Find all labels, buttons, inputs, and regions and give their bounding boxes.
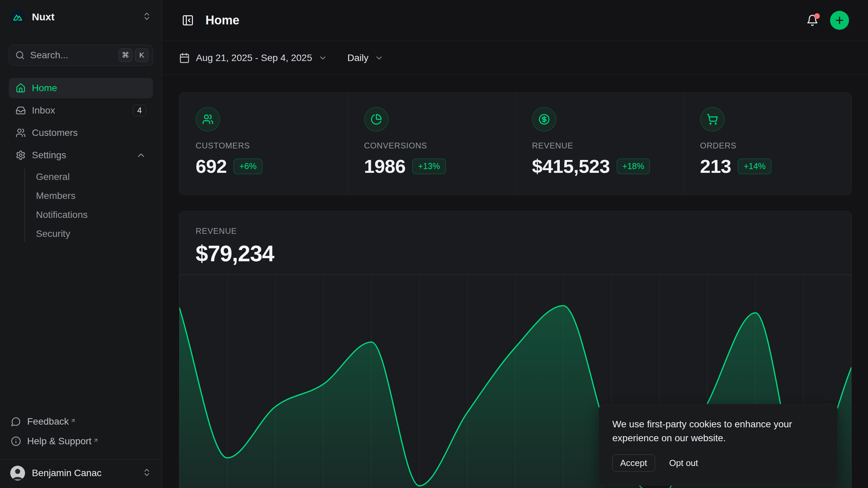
sidebar-sublist-settings: GeneralMembersNotificationsSecurity — [9, 167, 153, 243]
chevron-up-icon — [136, 150, 146, 160]
sidebar-item-label: Home — [32, 83, 146, 94]
chart-pie-icon — [371, 114, 382, 125]
notifications-button[interactable] — [806, 14, 818, 26]
stat-value: 213 — [700, 155, 731, 177]
user-menu[interactable]: Benjamin Canac — [0, 459, 162, 488]
cookie-accept-button[interactable]: Accept — [612, 454, 655, 472]
feedback-label: Feedback — [27, 416, 69, 427]
users-icon — [202, 114, 214, 125]
sidebar-item-home[interactable]: Home — [9, 78, 153, 98]
page-header: Home — [162, 0, 868, 41]
arrow-up-right-icon — [93, 435, 99, 446]
stat-label: CUSTOMERS — [196, 141, 331, 150]
shopping-cart-icon — [707, 114, 718, 125]
panel-left-close-icon — [182, 14, 194, 26]
user-name: Benjamin Canac — [32, 468, 142, 479]
header-actions — [806, 11, 849, 30]
sidebar-subitem-security[interactable]: Security — [35, 224, 153, 243]
sidebar-footer: Feedback Help & Support — [9, 412, 153, 459]
revenue-chart-header: REVENUE $79,234 — [179, 211, 851, 266]
stat-value: 692 — [196, 155, 227, 177]
sidebar-item-help-support[interactable]: Help & Support — [9, 431, 153, 451]
sidebar-item-customers[interactable]: Customers — [9, 123, 153, 143]
workspace-switcher[interactable]: Nuxt — [9, 0, 153, 34]
sidebar-subitem-label: General — [36, 171, 70, 182]
revenue-chart-label: REVENUE — [196, 226, 835, 236]
circle-dollar-icon — [532, 107, 556, 131]
stats-row: CUSTOMERS692+6%CONVERSIONS1986+13%REVENU… — [179, 93, 852, 195]
stat-value: $415,523 — [532, 155, 610, 177]
nuxt-logo-glyph — [13, 13, 22, 21]
sidebar: Nuxt ⌘ K HomeInbox4CustomersSettingsGene… — [0, 0, 162, 488]
filter-bar: Aug 21, 2025 - Sep 4, 2025 Daily — [162, 41, 868, 75]
stat-card-orders: ORDERS213+14% — [684, 93, 852, 195]
info-icon — [11, 436, 21, 446]
add-button[interactable] — [830, 11, 849, 30]
plus-icon — [834, 15, 845, 26]
arrow-up-right-icon — [70, 415, 76, 426]
sidebar-subitem-members[interactable]: Members — [35, 186, 153, 205]
inbox-count-badge: 4 — [133, 105, 146, 116]
inbox-icon — [16, 105, 26, 116]
sidebar-nav: HomeInbox4CustomersSettingsGeneralMember… — [9, 78, 153, 247]
chevron-up-icon — [136, 150, 146, 160]
search-field[interactable]: ⌘ K — [9, 45, 153, 66]
users-icon — [16, 128, 26, 138]
cookie-actions: Accept Opt out — [612, 454, 824, 472]
sidebar-item-label: Customers — [32, 127, 146, 138]
chevrons-up-down-icon — [142, 468, 152, 479]
stat-card-conversions: CONVERSIONS1986+13% — [348, 93, 516, 195]
sidebar-subitem-label: Security — [36, 228, 70, 239]
sidebar-item-feedback[interactable]: Feedback — [9, 412, 153, 431]
users-icon — [196, 107, 220, 131]
sidebar-item-settings[interactable]: Settings — [9, 145, 153, 165]
granularity-select[interactable]: Daily — [348, 53, 383, 63]
granularity-value: Daily — [348, 53, 369, 63]
calendar-icon — [179, 53, 190, 63]
date-range-picker[interactable]: Aug 21, 2025 - Sep 4, 2025 — [179, 53, 327, 63]
settings-icon — [16, 150, 26, 160]
sidebar-subitem-label: Notifications — [36, 209, 88, 220]
cookie-optout-button[interactable]: Opt out — [669, 458, 698, 468]
stat-delta-badge: +6% — [234, 159, 262, 174]
sidebar-item-inbox[interactable]: Inbox4 — [9, 100, 153, 121]
date-range-value: Aug 21, 2025 - Sep 4, 2025 — [196, 53, 312, 63]
circle-dollar-icon — [538, 114, 550, 125]
stat-card-revenue: REVENUE$415,523+18% — [515, 93, 684, 195]
kbd-meta: ⌘ — [119, 48, 132, 62]
search-input[interactable] — [30, 50, 116, 61]
stat-delta-badge: +13% — [412, 159, 446, 174]
shopping-cart-icon — [700, 107, 725, 131]
stat-delta-badge: +18% — [617, 159, 650, 174]
user-avatar — [10, 466, 25, 481]
workspace-title: Nuxt — [32, 11, 142, 23]
sidebar-subitem-label: Members — [36, 190, 76, 201]
kbd-k: K — [135, 48, 149, 62]
message-circle-icon — [11, 416, 21, 427]
chevrons-up-down-icon — [142, 12, 152, 22]
notification-dot — [814, 13, 820, 19]
chevron-down-icon — [375, 54, 383, 62]
stat-label: REVENUE — [532, 141, 667, 150]
house-icon — [16, 83, 26, 93]
nuxt-logo-icon — [10, 9, 25, 24]
sidebar-subitem-general[interactable]: General — [35, 167, 153, 186]
stat-card-customers: CUSTOMERS692+6% — [179, 93, 348, 195]
help-support-label: Help & Support — [27, 436, 92, 447]
stat-label: ORDERS — [700, 141, 835, 150]
revenue-chart-value: $79,234 — [196, 241, 835, 266]
cookie-banner: We use first-party cookies to enhance yo… — [598, 404, 838, 486]
chart-pie-icon — [364, 107, 389, 131]
sidebar-item-label: Settings — [32, 150, 136, 161]
cookie-message: We use first-party cookies to enhance yo… — [612, 417, 812, 445]
sidebar-item-label: Inbox — [32, 105, 133, 116]
search-icon — [15, 50, 25, 60]
page-title: Home — [205, 13, 239, 27]
stat-delta-badge: +14% — [738, 159, 771, 174]
stat-label: CONVERSIONS — [364, 141, 499, 150]
sidebar-subitem-notifications[interactable]: Notifications — [35, 205, 153, 224]
sidebar-collapse-button[interactable] — [179, 12, 197, 29]
stat-value: 1986 — [364, 155, 406, 177]
chevron-down-icon — [318, 54, 327, 62]
sidebar-spacer — [9, 247, 153, 412]
